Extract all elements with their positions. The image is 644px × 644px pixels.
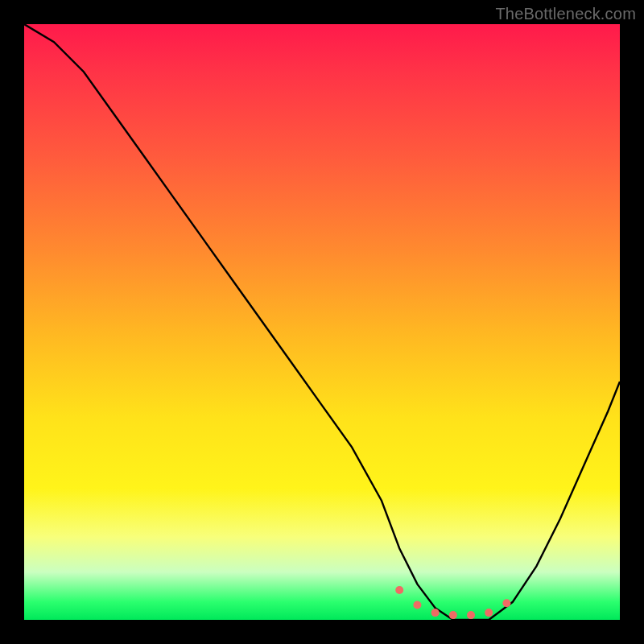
optimal-marker (502, 599, 510, 607)
optimal-marker (431, 609, 440, 617)
optimal-marker (395, 586, 403, 594)
optimal-marker (413, 601, 421, 609)
chart-frame: TheBottleneck.com (0, 0, 644, 644)
optimal-marker (449, 611, 457, 619)
chart-svg (24, 24, 620, 620)
optimal-marker (467, 611, 475, 619)
plot-area (24, 24, 620, 620)
bottleneck-curve (24, 24, 620, 620)
curve-line (24, 24, 620, 620)
optimal-range-markers (395, 586, 510, 619)
optimal-marker (485, 609, 493, 617)
watermark-text: TheBottleneck.com (495, 5, 636, 23)
